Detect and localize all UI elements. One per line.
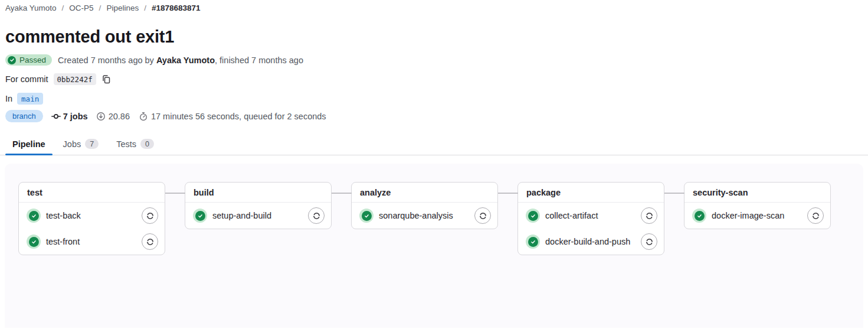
- created-text: Created 7 months ago by: [58, 56, 156, 65]
- tab-pipeline[interactable]: Pipeline: [5, 133, 53, 155]
- retry-icon[interactable]: [142, 233, 158, 250]
- arrow-down-circle-icon: [96, 112, 106, 121]
- job-link[interactable]: test-front: [46, 237, 136, 246]
- status-success-icon: [27, 209, 41, 223]
- breadcrumb-separator: /: [62, 4, 64, 12]
- stats-row: branch 7 jobs 20.86 17 minutes 56 second…: [5, 110, 868, 122]
- job-row: test-front: [19, 229, 165, 255]
- job-link[interactable]: docker-image-scan: [712, 211, 802, 220]
- breadcrumb-user[interactable]: Ayaka Yumoto: [5, 4, 57, 12]
- retry-icon[interactable]: [474, 207, 491, 224]
- stopwatch-icon: [139, 112, 148, 121]
- job-row: docker-image-scan: [684, 203, 830, 229]
- ref-row: In main: [5, 93, 868, 105]
- stage-title: analyze: [352, 183, 497, 203]
- retry-icon[interactable]: [641, 207, 657, 224]
- stage-title: test: [19, 183, 165, 203]
- breadcrumb-project[interactable]: OC-P5: [69, 4, 93, 12]
- job-row: sonarqube-analysis: [352, 203, 497, 229]
- stage-security-scan: security-scan docker-image-scan: [684, 182, 831, 229]
- duration-text: 17 minutes 56 seconds, queued for 2 seco…: [151, 112, 326, 121]
- job-link[interactable]: sonarqube-analysis: [379, 211, 469, 220]
- tab-jobs-label: Jobs: [63, 139, 81, 149]
- stage-package: package collect-artifact docker-build-an…: [517, 182, 664, 255]
- status-badge-label: Passed: [19, 56, 46, 64]
- job-link[interactable]: test-back: [46, 211, 136, 220]
- tab-jobs[interactable]: Jobs 7: [56, 133, 106, 155]
- pipeline-tabs: Pipeline Jobs 7 Tests 0: [0, 133, 868, 155]
- stage-analyze: analyze sonarqube-analysis: [351, 182, 498, 229]
- job-row: collect-artifact: [518, 203, 664, 229]
- job-row: setup-and-build: [185, 203, 331, 229]
- commit-icon: [51, 112, 61, 121]
- tab-tests-count-badge: 0: [140, 139, 154, 149]
- stage-title: build: [185, 183, 331, 203]
- job-link[interactable]: collect-artifact: [545, 211, 636, 220]
- copy-icon[interactable]: [101, 74, 111, 84]
- status-success-icon: [27, 235, 41, 249]
- status-success-icon: [692, 209, 706, 223]
- stage-title: package: [518, 183, 664, 203]
- finished-text: , finished 7 months ago: [215, 56, 303, 65]
- compute-credits: 20.86: [109, 112, 130, 121]
- stage-test: test test-back test-front: [18, 182, 165, 255]
- status-success-icon: [526, 235, 540, 249]
- check-circle-icon: [8, 56, 16, 64]
- tab-jobs-count-badge: 7: [85, 139, 99, 149]
- retry-icon[interactable]: [142, 207, 158, 224]
- pipeline-meta-row: Passed Created 7 months ago by Ayaka Yum…: [5, 54, 868, 66]
- commit-sha-link[interactable]: 0bb2242f: [54, 73, 96, 85]
- breadcrumb-pipelines[interactable]: Pipelines: [106, 4, 139, 12]
- ref-label: In: [5, 94, 12, 103]
- commit-row: For commit 0bb2242f: [5, 73, 868, 85]
- status-badge: Passed: [5, 54, 52, 66]
- job-link[interactable]: setup-and-build: [212, 211, 303, 220]
- stage-title: security-scan: [684, 183, 830, 203]
- pipeline-graph-panel: test test-back test-front build setup-an…: [5, 164, 863, 328]
- commit-label: For commit: [5, 74, 48, 84]
- jobs-count: 7 jobs: [63, 112, 88, 121]
- branch-type-badge: branch: [5, 110, 43, 122]
- retry-icon[interactable]: [807, 207, 824, 224]
- status-success-icon: [526, 209, 540, 223]
- tab-pipeline-label: Pipeline: [12, 139, 45, 149]
- branch-name-link[interactable]: main: [17, 93, 43, 105]
- author-name: Ayaka Yumoto: [156, 56, 215, 65]
- job-link[interactable]: docker-build-and-push: [545, 237, 636, 246]
- breadcrumb-separator: /: [99, 4, 101, 12]
- retry-icon[interactable]: [641, 233, 657, 250]
- status-success-icon: [193, 209, 207, 223]
- job-row: docker-build-and-push: [518, 229, 664, 255]
- breadcrumb-pipeline-id: #1878683871: [152, 4, 201, 12]
- status-success-icon: [359, 209, 374, 223]
- breadcrumb: Ayaka Yumoto / OC-P5 / Pipelines / #1878…: [0, 0, 868, 12]
- job-row: test-back: [19, 203, 165, 229]
- breadcrumb-separator: /: [144, 4, 146, 12]
- tab-tests[interactable]: Tests 0: [109, 133, 161, 155]
- stage-build: build setup-and-build: [185, 182, 332, 229]
- retry-icon[interactable]: [308, 207, 325, 224]
- tab-tests-label: Tests: [116, 139, 136, 149]
- page-title: commented out exit1: [5, 27, 868, 47]
